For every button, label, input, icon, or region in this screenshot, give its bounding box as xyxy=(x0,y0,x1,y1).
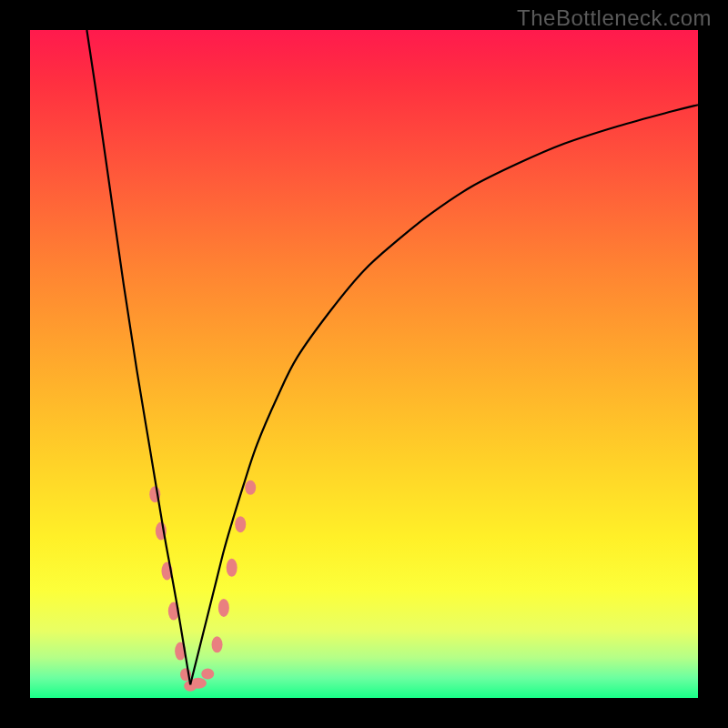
highlight-dot xyxy=(235,516,246,532)
highlight-dot xyxy=(218,599,229,617)
left-branch-curve xyxy=(86,30,190,684)
highlight-dot xyxy=(201,669,214,680)
highlight-dot xyxy=(227,559,238,577)
chart-svg xyxy=(0,0,728,728)
outer-frame: TheBottleneck.com xyxy=(0,0,728,728)
right-branch-curve xyxy=(190,105,698,684)
highlight-dot xyxy=(212,636,223,652)
markers-group xyxy=(149,480,256,692)
highlight-dot xyxy=(245,480,256,495)
